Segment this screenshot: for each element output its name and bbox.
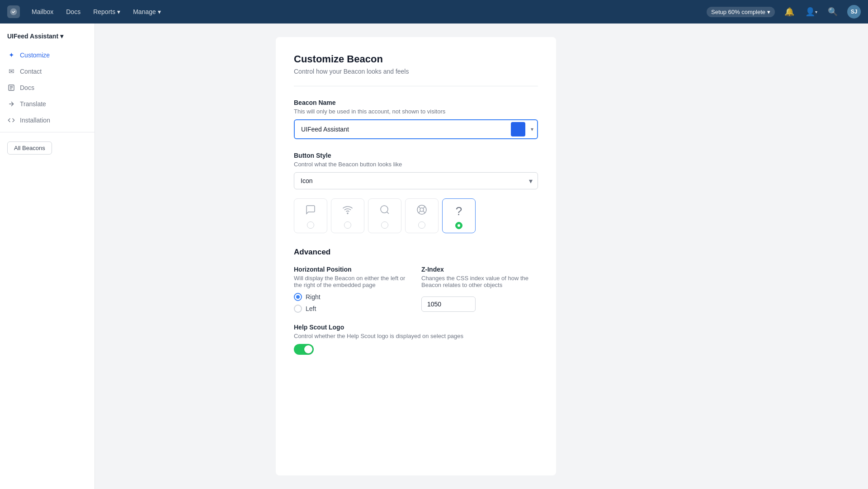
- svg-line-7: [387, 212, 389, 214]
- logo[interactable]: [7, 5, 20, 18]
- svg-line-11: [423, 211, 425, 213]
- page-title: Customize Beacon: [294, 53, 538, 65]
- workspace-chevron-icon: ▾: [60, 33, 63, 40]
- z-index-hint: Changes the CSS index value of how the B…: [421, 275, 538, 288]
- title-divider: [294, 86, 538, 86]
- svg-line-10: [419, 207, 420, 208]
- lifering-radio: [418, 221, 425, 229]
- horizontal-position-field: Horizontal Position Will display the Bea…: [294, 266, 410, 313]
- beacon-name-hint: This will only be used in this account, …: [294, 108, 538, 115]
- chat-icon: [305, 204, 316, 218]
- beacon-icon: [342, 204, 353, 218]
- sidebar-item-customize[interactable]: ✦ Customize: [0, 47, 94, 63]
- nav-docs[interactable]: Docs: [61, 5, 85, 18]
- svg-point-5: [347, 213, 348, 214]
- radio-left-circle: [294, 305, 302, 313]
- nav-manage[interactable]: Manage ▾: [128, 5, 165, 18]
- installation-icon: [7, 116, 15, 124]
- z-index-field: Z-Index Changes the CSS index value of h…: [421, 266, 538, 313]
- icon-option-chat[interactable]: [294, 198, 327, 233]
- sidebar-item-installation[interactable]: Installation: [0, 112, 94, 128]
- right-panel: [737, 24, 868, 489]
- search-icon[interactable]: 🔍: [826, 5, 840, 19]
- icon-option-lifering[interactable]: [405, 198, 439, 233]
- button-style-section: Button Style Control what the Beacon but…: [294, 152, 538, 233]
- horizontal-position-radio-group: Right Left: [294, 293, 410, 313]
- advanced-section: Advanced Horizontal Position Will displa…: [294, 248, 538, 355]
- radio-right[interactable]: Right: [294, 293, 410, 301]
- svg-line-12: [423, 207, 425, 208]
- account-icon[interactable]: 👤 ▾: [804, 5, 818, 19]
- sidebar-item-docs[interactable]: Docs: [0, 80, 94, 96]
- setup-progress[interactable]: Setup 60% complete ▾: [707, 7, 775, 17]
- icon-option-question[interactable]: ?: [442, 198, 476, 233]
- page-subtitle: Control how your Beacon looks and feels: [294, 68, 538, 75]
- help-scout-logo-label: Help Scout Logo: [294, 324, 538, 331]
- help-scout-logo-field: Help Scout Logo Control whether the Help…: [294, 324, 538, 355]
- nav-mailbox[interactable]: Mailbox: [27, 5, 58, 18]
- search-radio: [381, 221, 388, 229]
- workspace-header[interactable]: UIFeed Assistant ▾: [0, 31, 94, 47]
- translate-icon: [7, 100, 15, 108]
- radio-right-circle: [294, 293, 302, 301]
- question-icon: ?: [456, 204, 462, 218]
- color-dropdown-button[interactable]: ▾: [527, 126, 537, 132]
- nav-reports[interactable]: Reports ▾: [89, 5, 125, 18]
- icon-option-search[interactable]: [368, 198, 401, 233]
- avatar[interactable]: SJ: [847, 5, 861, 19]
- sidebar-item-contact[interactable]: ✉ Contact: [0, 63, 94, 80]
- beacon-name-label: Beacon Name: [294, 99, 538, 106]
- customize-icon: ✦: [7, 51, 15, 59]
- svg-point-0: [10, 9, 17, 15]
- svg-point-9: [420, 208, 424, 212]
- help-scout-logo-toggle-wrapper: [294, 344, 538, 355]
- question-radio: [455, 222, 462, 229]
- z-index-label: Z-Index: [421, 266, 538, 273]
- lifering-icon: [416, 204, 427, 218]
- sidebar: UIFeed Assistant ▾ ✦ Customize ✉ Contact…: [0, 24, 95, 489]
- setup-chevron-icon: ▾: [767, 9, 770, 15]
- search-option-icon: [379, 204, 390, 218]
- topnav-right: Setup 60% complete ▾ 🔔 👤 ▾ 🔍 SJ: [707, 5, 861, 19]
- advanced-grid: Horizontal Position Will display the Bea…: [294, 266, 538, 313]
- beacon-radio: [344, 221, 351, 229]
- color-swatch[interactable]: [511, 122, 525, 136]
- horizontal-position-label: Horizontal Position: [294, 266, 410, 273]
- sidebar-divider: [0, 132, 94, 132]
- sidebar-item-translate[interactable]: Translate: [0, 96, 94, 112]
- help-scout-logo-toggle[interactable]: [294, 344, 314, 355]
- button-style-hint: Control what the Beacon button looks lik…: [294, 161, 538, 168]
- beacon-name-section: Beacon Name This will only be used in th…: [294, 99, 538, 139]
- radio-left[interactable]: Left: [294, 305, 410, 313]
- chat-radio: [307, 221, 314, 229]
- svg-line-13: [419, 211, 420, 213]
- advanced-title: Advanced: [294, 248, 538, 257]
- horizontal-position-hint: Will display the Beacon on either the le…: [294, 275, 410, 288]
- beacon-name-input[interactable]: [295, 121, 509, 137]
- customize-card: Customize Beacon Control how your Beacon…: [276, 37, 556, 475]
- icon-options-group: ?: [294, 198, 538, 233]
- contact-icon: ✉: [7, 67, 15, 75]
- top-navigation: Mailbox Docs Reports ▾ Manage ▾ Setup 60…: [0, 0, 868, 24]
- button-style-label: Button Style: [294, 152, 538, 159]
- reports-chevron-icon: ▾: [117, 8, 120, 15]
- z-index-input[interactable]: [421, 296, 476, 312]
- account-chevron-icon: ▾: [815, 9, 817, 14]
- help-scout-logo-hint: Control whether the Help Scout logo is d…: [294, 333, 538, 339]
- icon-option-beacon[interactable]: [331, 198, 364, 233]
- button-style-select-wrapper: Icon Text Custom ▾: [294, 172, 538, 189]
- all-beacons-button[interactable]: All Beacons: [7, 141, 52, 155]
- manage-chevron-icon: ▾: [158, 8, 161, 15]
- docs-icon: [7, 84, 15, 92]
- main-content: Customize Beacon Control how your Beacon…: [95, 24, 737, 489]
- beacon-name-input-row: ▾: [294, 119, 538, 139]
- svg-point-6: [381, 206, 388, 213]
- notifications-icon[interactable]: 🔔: [782, 5, 797, 19]
- button-style-select[interactable]: Icon Text Custom: [294, 172, 538, 189]
